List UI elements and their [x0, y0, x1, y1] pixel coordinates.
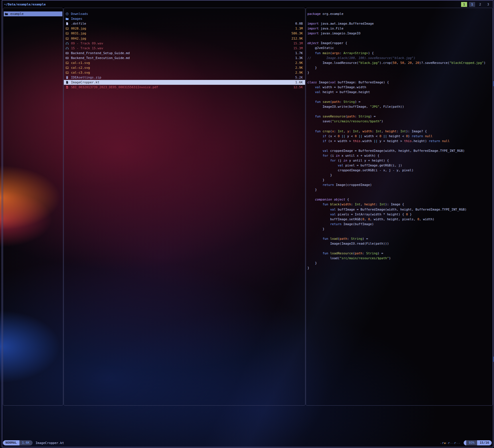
- code-line: [306, 16, 493, 21]
- code-line: // Image.black(100, 100).saveResource("b…: [306, 56, 493, 60]
- tab-3[interactable]: 3: [485, 2, 491, 7]
- file-name: 0028.jpg: [71, 27, 293, 30]
- task-count-badge: 1: [461, 2, 467, 7]
- file-size: 2.9K: [293, 71, 303, 74]
- tab-2[interactable]: 2: [477, 2, 483, 7]
- code-line: val buffImage = BufferedImage(width, hei…: [306, 207, 493, 212]
- file-row[interactable]: 0031.jpg586.3K: [64, 31, 305, 36]
- file-name: Backend_Frontend_Setup_Guide.md: [71, 51, 293, 55]
- dir-name: example: [10, 12, 23, 16]
- code-line: [306, 95, 493, 99]
- code-line: fun load(path: String) =: [306, 236, 493, 241]
- archive-icon: [66, 76, 70, 79]
- code-line: [306, 192, 493, 197]
- code-line: import javax.imageio.ImageIO: [306, 31, 493, 36]
- code-line: [306, 246, 493, 251]
- tab-bar: 1 123: [461, 2, 491, 7]
- file-name: SBI_0032013739_2023_DE05_0003155631Invoi…: [71, 85, 291, 89]
- position-pill: 93% 15/16: [464, 440, 492, 445]
- image-icon: [66, 27, 70, 30]
- code-line: }: [306, 178, 493, 182]
- file-size: 1.3K: [293, 56, 303, 60]
- pill-cap: [464, 440, 466, 445]
- code-line: [306, 231, 493, 236]
- code-line: import java.awt.image.BufferedImage: [306, 21, 493, 26]
- code-line: Image(ImageIO.read(File(path))): [306, 241, 493, 246]
- file-row[interactable]: 0028.jpg1.3M: [64, 26, 305, 31]
- file-name: Downloads: [71, 12, 301, 16]
- status-left: NORMAL 1.6K ImageCropper.kt: [3, 440, 64, 445]
- file-size: 15.3M: [291, 42, 303, 45]
- code-line: fun loadResource(path: String) =: [306, 251, 493, 256]
- code-line: fun saveResource(path: String) =: [306, 114, 493, 119]
- file-size: 1.6K: [293, 80, 303, 84]
- file-preview-pane[interactable]: package org.exampleimport java.awt.image…: [306, 8, 493, 406]
- file-row[interactable]: SBI_0032013739_2023_DE05_0003155631Invoi…: [64, 85, 305, 90]
- status-bar: NORMAL 1.6K ImageCropper.kt -rw-r--r-- 9…: [3, 440, 492, 446]
- code-line: fun crop(x: Int, y: Int, width: Int, hei…: [306, 129, 493, 134]
- scroll-percent: 93%: [466, 440, 477, 445]
- code-line: [306, 144, 493, 148]
- folder-icon: [66, 17, 70, 20]
- file-row[interactable]: Backend_Test_Execution_Guide.md1.3K: [64, 56, 305, 60]
- file-row[interactable]: 09 - Track 09.wav15.3M: [64, 41, 305, 46]
- file-row[interactable]: 0042.jpg212.9K: [64, 36, 305, 41]
- file-size: 15.3M: [291, 46, 303, 50]
- code-line: class Image(val buffImage: BufferedImage…: [306, 80, 493, 85]
- code-line: load("src/main/resources/$path"): [306, 256, 493, 261]
- code-line: if (x < 0 || y < 0 || width < 0 || heigh…: [306, 134, 493, 139]
- cursor-position: 15/16: [477, 440, 492, 445]
- file-size: 12.5K: [291, 85, 303, 89]
- code-line: fun save(path: String) =: [306, 99, 493, 104]
- image-icon: [66, 61, 70, 64]
- download-icon: [66, 12, 70, 15]
- code-line: if (x + width > this.width || y + height…: [306, 139, 493, 144]
- file-size: 0.0B: [293, 22, 303, 25]
- file-name: .dotfile: [71, 22, 293, 25]
- image-icon: [66, 37, 70, 40]
- code-line: [306, 36, 493, 41]
- parent-dir-row[interactable]: example: [4, 11, 62, 16]
- code-line: fun main(args: Array<String>) {: [306, 51, 493, 56]
- code-line: object ImageCropper {: [306, 41, 493, 46]
- code-line: croppedImage.setRGB(i - x, j - y, pixel): [306, 168, 493, 173]
- file-row[interactable]: Downloads: [64, 11, 305, 16]
- file-row[interactable]: IDEAsettings.zip5.2K: [64, 75, 305, 80]
- file-icon: [66, 81, 70, 84]
- markdown-icon: [66, 52, 70, 55]
- image-icon: [66, 32, 70, 35]
- code-line: save("src/main/resources/$path"): [306, 119, 493, 124]
- file-name: 0042.jpg: [71, 37, 289, 40]
- code-line: package org.example: [306, 11, 493, 16]
- tab-1-active[interactable]: 1: [469, 2, 475, 7]
- file-name: ImageCropper.kt: [71, 80, 293, 84]
- file-permissions: -rw-r--r--: [440, 441, 460, 445]
- code-line: [306, 75, 493, 80]
- file-row[interactable]: Images: [64, 16, 305, 21]
- code-line: }: [306, 227, 493, 231]
- file-name: cal-c1.svg: [71, 61, 293, 65]
- file-list-pane[interactable]: DownloadsImages.dotfile0.0B0028.jpg1.3M0…: [64, 8, 305, 406]
- file-row[interactable]: cal-c1.svg2.9K: [64, 60, 305, 65]
- code-line: }: [306, 261, 493, 266]
- file-name: cal-c2.svg: [71, 66, 293, 70]
- file-name: 09 - Track 09.wav: [71, 42, 291, 45]
- file-row[interactable]: cal-c3.svg2.9K: [64, 70, 305, 75]
- audio-icon: [66, 42, 70, 45]
- file-name: 15 - Track 15.wav: [71, 46, 291, 50]
- file-name: cal-c3.svg: [71, 71, 293, 74]
- mode-indicator: NORMAL: [3, 440, 19, 445]
- file-row[interactable]: cal-c2.svg2.9K: [64, 65, 305, 70]
- parent-directory-pane[interactable]: example: [3, 8, 63, 406]
- markdown-icon: [66, 56, 70, 60]
- file-name: Backend_Test_Execution_Guide.md: [71, 56, 293, 60]
- file-row[interactable]: ImageCropper.kt1.6K: [64, 80, 305, 85]
- file-row[interactable]: 15 - Track 15.wav15.3M: [64, 46, 305, 51]
- file-size: 212.9K: [289, 37, 303, 40]
- file-size: 2.9K: [293, 66, 303, 70]
- file-row[interactable]: Backend_Frontend_Setup_Guide.md1.7K: [64, 51, 305, 56]
- image-icon: [66, 66, 70, 69]
- code-line: val croppedImage = BufferedImage(width, …: [306, 148, 493, 153]
- file-row[interactable]: .dotfile0.0B: [64, 21, 305, 26]
- file-size: 586.3K: [289, 32, 303, 35]
